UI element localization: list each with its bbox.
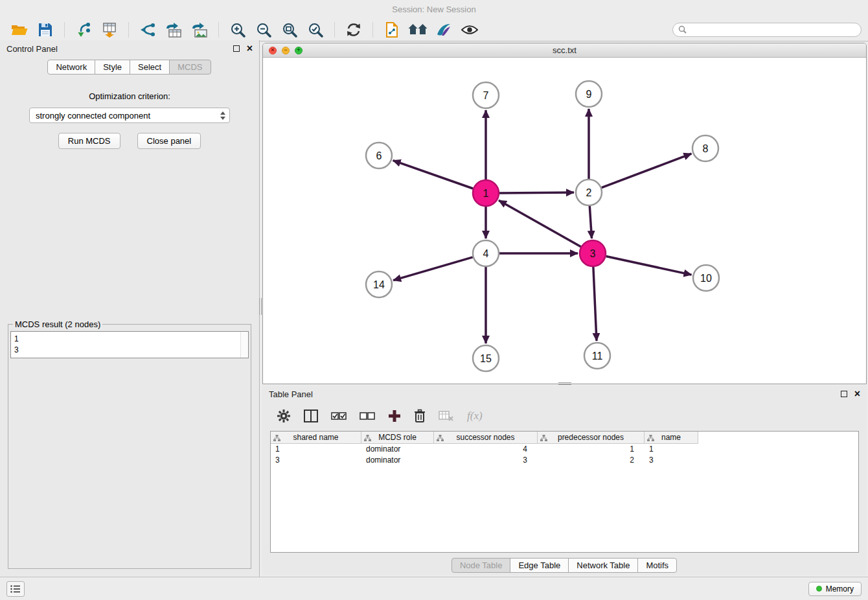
select-all-rows-button[interactable] — [331, 411, 347, 421]
tab-select[interactable]: Select — [130, 60, 170, 75]
tab-mcds[interactable]: MCDS — [169, 60, 211, 75]
network-edge-2-8[interactable] — [602, 154, 692, 188]
network-node-8[interactable]: 8 — [692, 135, 718, 161]
close-panel-button[interactable]: Close panel — [137, 133, 201, 149]
table-cell: 3 — [434, 455, 538, 466]
tab-motifs[interactable]: Motifs — [637, 558, 677, 573]
close-panel-icon[interactable]: × — [854, 389, 860, 399]
control-panel-header: Control Panel × — [0, 40, 259, 57]
add-column-button[interactable] — [388, 410, 401, 422]
svg-text:1: 1 — [483, 188, 489, 199]
import-network-button[interactable] — [73, 20, 95, 40]
column-header-MCDS-role[interactable]: MCDS role — [361, 432, 434, 444]
show-hide-graphics-button[interactable] — [459, 20, 481, 40]
column-selector-button[interactable] — [304, 410, 318, 422]
network-edge-1-2[interactable] — [499, 192, 574, 193]
network-node-10[interactable]: 10 — [693, 265, 719, 291]
network-window-title: scc.txt — [263, 45, 866, 55]
network-node-3[interactable]: 3 — [580, 240, 606, 266]
table-row[interactable]: 3dominator323 — [271, 455, 858, 466]
export-network-button[interactable] — [137, 20, 159, 40]
network-edge-3-10[interactable] — [606, 257, 692, 275]
table-row[interactable]: 1dominator411 — [271, 444, 858, 455]
close-window-button[interactable]: × — [269, 47, 277, 54]
svg-text:6: 6 — [376, 150, 382, 161]
table-settings-button[interactable] — [277, 409, 291, 423]
network-edge-1-6[interactable] — [393, 161, 474, 189]
column-header-shared-name[interactable]: shared name — [271, 432, 361, 444]
float-panel-icon[interactable] — [233, 45, 240, 52]
memory-button[interactable]: Memory — [808, 582, 862, 596]
apply-layout-button[interactable] — [343, 20, 365, 40]
network-node-7[interactable]: 7 — [473, 82, 499, 108]
zoom-selected-icon — [308, 22, 323, 38]
network-node-9[interactable]: 9 — [576, 81, 602, 107]
tab-style[interactable]: Style — [95, 60, 130, 75]
network-edge-3-11[interactable] — [593, 267, 597, 341]
svg-text:11: 11 — [592, 351, 603, 362]
float-panel-icon[interactable] — [841, 391, 847, 397]
zoom-selected-button[interactable] — [304, 20, 326, 40]
network-node-2[interactable]: 2 — [576, 179, 602, 205]
horizontal-splitter[interactable] — [558, 381, 571, 386]
tab-node-table[interactable]: Node Table — [451, 558, 511, 573]
function-builder-button[interactable]: f(x) — [467, 410, 483, 422]
toolbar-separator — [128, 22, 129, 38]
style-button[interactable] — [433, 20, 455, 40]
export-table-button[interactable] — [163, 20, 185, 40]
floppy-icon — [38, 23, 52, 37]
network-node-1[interactable]: 1 — [473, 180, 499, 206]
column-header-successor-nodes[interactable]: successor nodes — [434, 432, 538, 444]
network-canvas[interactable]: 7968124314101511 — [263, 58, 866, 384]
export-image-button[interactable] — [188, 20, 211, 40]
network-share-icon — [140, 22, 155, 38]
run-mcds-button[interactable]: Run MCDS — [58, 133, 120, 149]
open-session-button[interactable] — [8, 20, 30, 40]
import-table-icon — [102, 22, 117, 38]
column-header-name[interactable]: name — [645, 432, 698, 444]
trash-icon — [414, 409, 426, 423]
column-sort-icon — [273, 434, 280, 443]
zoom-fit-button[interactable] — [279, 20, 301, 40]
network-edge-3-1[interactable] — [499, 200, 581, 246]
status-bar: Memory — [0, 577, 868, 600]
checked-boxes-icon — [331, 411, 347, 421]
network-node-15[interactable]: 15 — [473, 345, 499, 371]
vertical-splitter[interactable] — [258, 298, 262, 315]
delete-table-icon — [439, 410, 454, 422]
close-panel-icon[interactable]: × — [247, 43, 253, 54]
delete-table-button[interactable] — [439, 410, 454, 422]
network-edge-4-14[interactable] — [393, 257, 473, 281]
result-scrollbar[interactable] — [240, 332, 248, 358]
zoom-window-button[interactable]: + — [295, 47, 303, 54]
network-node-11[interactable]: 11 — [584, 343, 610, 369]
mcds-result-list[interactable]: 13 — [10, 331, 249, 358]
table-cell: 3 — [271, 455, 361, 466]
tab-network[interactable]: Network — [47, 60, 95, 75]
deselect-all-rows-button[interactable] — [360, 411, 375, 421]
network-node-6[interactable]: 6 — [366, 143, 392, 168]
clone-network-button[interactable] — [381, 20, 403, 40]
network-node-4[interactable]: 4 — [473, 240, 499, 266]
import-table-button[interactable] — [98, 20, 120, 40]
network-edge-2-3[interactable] — [589, 206, 591, 238]
zoom-in-button[interactable] — [227, 20, 249, 40]
criterion-select-value: strongly connected component — [36, 111, 150, 121]
network-node-14[interactable]: 14 — [366, 271, 392, 297]
criterion-select[interactable]: strongly connected component — [29, 108, 230, 123]
first-neighbors-button[interactable] — [407, 20, 429, 40]
zoom-out-button[interactable] — [253, 20, 275, 40]
column-header-predecessor-nodes[interactable]: predecessor nodes — [538, 432, 645, 444]
column-selector-icon — [304, 410, 318, 422]
svg-text:7: 7 — [483, 90, 489, 101]
search-input[interactable] — [690, 25, 856, 35]
save-session-button[interactable] — [34, 20, 56, 40]
task-history-button[interactable] — [6, 581, 25, 597]
delete-column-button[interactable] — [414, 409, 426, 423]
tab-edge-table[interactable]: Edge Table — [510, 558, 569, 573]
minimize-window-button[interactable]: − — [282, 47, 290, 54]
tab-network-table[interactable]: Network Table — [568, 558, 638, 573]
toolbar-separator — [218, 22, 219, 38]
mcds-result-fieldset: MCDS result (2 nodes) 13 — [8, 319, 251, 569]
toolbar-separator — [372, 22, 373, 38]
